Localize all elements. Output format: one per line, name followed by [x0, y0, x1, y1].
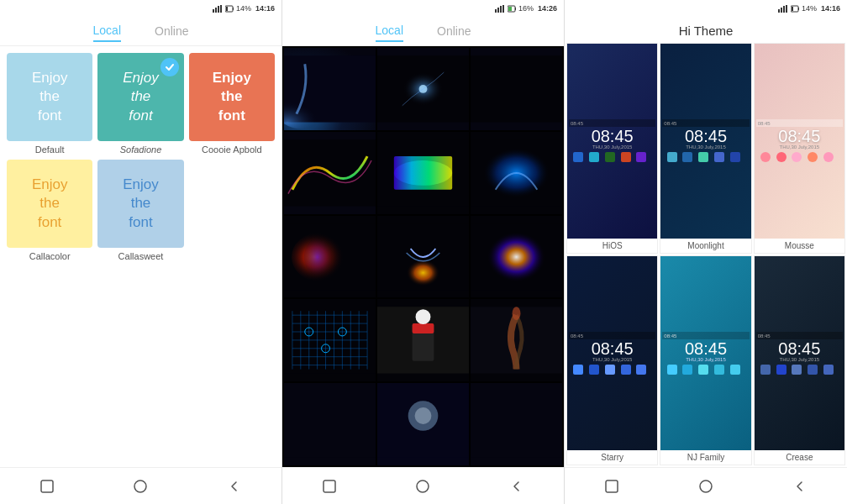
tab-local-1[interactable]: Local — [93, 24, 121, 42]
wallpaper-cell-11[interactable] — [377, 299, 469, 381]
font-text-callacolor: Enjoythefont — [32, 176, 68, 231]
nav-square-1[interactable] — [35, 475, 59, 498]
theme-statusbar-moonlight: 08:45 — [662, 119, 749, 127]
font-cell-callacolor[interactable]: Enjoythefont Callacolor — [7, 160, 92, 261]
font-preview-coooie[interactable]: Enjoythefont — [189, 53, 275, 141]
font-cell-callasweet[interactable]: Enjoythefont Callasweet — [97, 160, 183, 261]
font-cell-sofadione[interactable]: Enjoythefont Sofadione — [97, 53, 183, 155]
wallpaper-cell-5[interactable] — [377, 132, 469, 214]
wallpaper-cell-4[interactable] — [284, 132, 376, 214]
wallpaper-cell-15[interactable] — [471, 383, 562, 465]
battery-icon-2 — [508, 5, 516, 13]
tab-local-2[interactable]: Local — [376, 24, 403, 42]
theme-time-starry: 08:45 — [592, 340, 634, 357]
svg-rect-15 — [508, 7, 512, 11]
svg-rect-67 — [324, 480, 335, 492]
svg-point-34 — [487, 232, 545, 281]
wallpaper-cell-9[interactable] — [471, 216, 562, 298]
bottom-nav-1 — [0, 467, 281, 504]
font-text-coooie: Enjoythefont — [213, 69, 251, 124]
theme-icons-nj — [667, 365, 745, 375]
nav-back-2[interactable] — [505, 475, 529, 498]
theme-cell-hios[interactable]: 08:45 08:45 THU,30 July,2015 HiOS — [566, 43, 658, 254]
theme-icons-hios — [573, 152, 651, 162]
battery-icon — [225, 5, 234, 13]
theme-date-starry: THU,30 July,2015 — [592, 357, 633, 362]
svg-rect-62 — [284, 391, 376, 457]
nav-circle-1[interactable] — [129, 475, 152, 498]
svg-rect-75 — [792, 7, 793, 11]
theme-statusbar-nj: 08:45 — [662, 332, 749, 339]
nav-circle-2[interactable] — [411, 475, 434, 498]
font-panel: 14% 14:16 Local Online Enjoythefont Defa… — [0, 0, 282, 504]
wallpaper-cell-2[interactable] — [377, 48, 469, 130]
theme-cell-moonlight[interactable]: 08:45 08:45 THU,30 July,2015 Moonlight — [660, 43, 751, 254]
svg-rect-12 — [502, 5, 504, 13]
nav-back-1[interactable] — [223, 475, 246, 498]
bottom-nav-2 — [282, 467, 564, 504]
battery-percent-3: 14% — [802, 4, 817, 13]
theme-cell-mousse[interactable]: 08:45 08:45 THU,30 July,2015 Mousse — [754, 43, 845, 254]
theme-date-nj: THU,30 July,2015 — [686, 357, 726, 362]
svg-rect-14 — [515, 8, 516, 10]
svg-rect-74 — [798, 8, 799, 10]
font-text-default: Enjoythefont — [32, 69, 68, 124]
nav-square-2[interactable] — [318, 475, 341, 498]
font-cell-coooie[interactable]: Enjoythefont Coooie Apbold — [189, 53, 275, 155]
wallpaper-cell-13[interactable] — [284, 383, 376, 465]
tab-bar-1: Local Online — [0, 17, 281, 46]
wallpaper-cell-7[interactable] — [284, 216, 376, 298]
svg-rect-71 — [783, 6, 785, 13]
font-cell-default[interactable]: Enjoythefont Default — [7, 53, 92, 155]
status-bar-1: 14% 14:16 — [0, 0, 281, 17]
theme-date-crease: THU,30 July,2015 — [780, 357, 820, 362]
wallpaper-cell-10[interactable] — [284, 299, 376, 381]
wallpaper-cell-1[interactable] — [284, 48, 376, 130]
nav-circle-3[interactable] — [694, 475, 718, 498]
svg-point-8 — [134, 480, 146, 492]
theme-icons-starry — [573, 365, 651, 375]
tab-online-2[interactable]: Online — [437, 24, 471, 41]
svg-rect-9 — [495, 9, 497, 13]
svg-rect-10 — [497, 8, 499, 13]
theme-date-moonlight: THU,30 July,2015 — [686, 144, 726, 150]
theme-cell-starry[interactable]: 08:45 08:45 THU,30 July,2015 Starry — [566, 255, 658, 466]
theme-phone-mousse: 08:45 08:45 THU,30 July,2015 — [755, 44, 844, 239]
wallpaper-cell-14[interactable] — [377, 383, 469, 465]
wallpaper-cell-12[interactable] — [471, 299, 562, 381]
font-preview-callasweet[interactable]: Enjoythefont — [97, 160, 183, 248]
theme-phone-starry: 08:45 08:45 THU,30 July,2015 — [567, 256, 657, 451]
status-icons-2: 16% 14:26 — [495, 4, 557, 13]
theme-time-nj: 08:45 — [685, 340, 727, 357]
svg-point-25 — [394, 160, 452, 186]
theme-date-mousse: THU,30 July,2015 — [780, 144, 820, 150]
theme-cell-crease[interactable]: 08:45 08:45 THU,30 July,2015 Crease — [754, 255, 845, 466]
svg-rect-76 — [606, 480, 618, 492]
theme-label-crease: Crease — [755, 450, 844, 465]
tab-online-1[interactable]: Online — [155, 24, 188, 41]
battery-icon-3 — [791, 5, 799, 13]
theme-label-nj: NJ Family — [660, 450, 750, 465]
theme-time-moonlight: 08:45 — [685, 128, 727, 144]
signal-icon-2 — [495, 5, 505, 13]
nav-back-3[interactable] — [788, 475, 812, 498]
wallpaper-cell-6[interactable] — [471, 132, 562, 214]
font-preview-sofadione[interactable]: Enjoythefont — [97, 53, 183, 141]
font-label-sofadione: Sofadione — [120, 144, 162, 155]
font-label-callacolor: Callacolor — [29, 251, 71, 261]
theme-cell-nj-family[interactable]: 08:45 08:45 THU,30 July,2015 NJ Family — [660, 255, 751, 466]
svg-point-30 — [304, 236, 338, 278]
font-preview-default[interactable]: Enjoythefont — [7, 53, 92, 141]
theme-panel-title: Hi Theme — [565, 17, 847, 41]
font-cell-empty — [189, 160, 275, 261]
theme-phone-nj-family: 08:45 08:45 THU,30 July,2015 — [660, 256, 750, 451]
battery-percent-2: 16% — [518, 4, 534, 13]
wallpaper-cell-3[interactable] — [471, 48, 562, 130]
font-preview-callacolor[interactable]: Enjoythefont — [7, 160, 92, 248]
nav-square-3[interactable] — [600, 475, 623, 498]
wallpaper-cell-8[interactable] — [377, 216, 469, 298]
time-1: 14:16 — [255, 4, 275, 13]
signal-icon-3 — [778, 5, 788, 13]
theme-statusbar-starry: 08:45 — [569, 332, 655, 339]
svg-rect-5 — [233, 8, 234, 10]
